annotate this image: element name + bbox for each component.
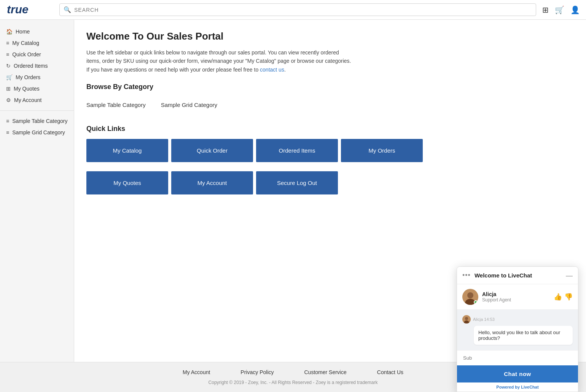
gear-icon: ⚙	[6, 97, 11, 103]
livechat-menu-icon[interactable]: •••	[462, 271, 471, 279]
livechat-agent-row: Alicja Support Agent 👍 👎	[457, 284, 578, 310]
svg-text:true: true	[7, 3, 29, 16]
intro-end: .	[284, 67, 286, 73]
sidebar-item-home[interactable]: 🏠 Home	[0, 26, 74, 37]
sidebar-item-label: Sample Grid Category	[12, 129, 65, 135]
list-icon: ≡	[6, 40, 9, 46]
quick-links-row1: My Catalog Quick Order Ordered Items My …	[86, 139, 574, 162]
footer-contact-link[interactable]: Contact Us	[377, 369, 403, 375]
sidebar-item-label: My Catalog	[12, 40, 39, 46]
sidebar-item-my-catalog[interactable]: ≡ My Catalog	[0, 37, 74, 49]
search-input[interactable]	[74, 7, 532, 13]
category-item-label: Sample Grid Category	[161, 102, 217, 108]
category-list: Sample Table Category Sample Grid Catego…	[86, 97, 574, 113]
thumbs-down-button[interactable]: 👎	[564, 293, 573, 301]
header: true 🔍 ⊞ 🛒 👤	[0, 0, 586, 20]
thumbs-up-button[interactable]: 👍	[554, 293, 562, 301]
grid-icon: ⊞	[6, 86, 11, 92]
quick-link-my-account[interactable]: My Account	[171, 171, 253, 194]
sidebar-item-label: Ordered Items	[14, 63, 48, 69]
quick-links-row2: My Quotes My Account Secure Log Out	[86, 171, 574, 194]
footer-privacy-link[interactable]: Privacy Policy	[240, 369, 274, 375]
svg-point-2	[467, 292, 473, 298]
chat-now-button[interactable]: Chat now	[457, 365, 578, 382]
intro-paragraph: Use the left sidebar or quick links belo…	[86, 48, 353, 74]
livechat-title: Welcome to LiveChat	[475, 272, 566, 279]
svg-point-5	[465, 317, 468, 320]
browse-category-title: Browse By Category	[86, 83, 574, 91]
category-item-sample-table[interactable]: Sample Table Category	[86, 102, 146, 108]
sidebar-item-ordered-items[interactable]: ↻ Ordered Items	[0, 60, 74, 72]
search-bar: 🔍	[59, 3, 536, 16]
agent-online-indicator	[474, 300, 478, 304]
quick-link-secure-logout[interactable]: Secure Log Out	[256, 171, 338, 194]
feedback-buttons: 👍 👎	[554, 293, 573, 301]
sidebar-item-label: Quick Order	[12, 51, 41, 57]
sidebar-main-section: 🏠 Home ≡ My Catalog ≡ Quick Order ↻ Orde…	[0, 24, 74, 107]
quick-link-ordered-items[interactable]: Ordered Items	[256, 139, 338, 162]
logo[interactable]: true	[6, 2, 52, 18]
list-icon: ≡	[6, 51, 9, 57]
footer-my-account-link[interactable]: My Account	[183, 369, 210, 375]
sidebar-item-quick-order[interactable]: ≡ Quick Order	[0, 49, 74, 60]
livechat-input-row	[457, 350, 578, 365]
livechat-minimize-button[interactable]: —	[566, 272, 573, 279]
sidebar-item-label: My Account	[14, 97, 41, 103]
home-icon: 🏠	[6, 29, 13, 35]
quick-link-my-quotes[interactable]: My Quotes	[86, 171, 168, 194]
intro-text-content: Use the left sidebar or quick links belo…	[86, 49, 351, 73]
message-time-label: Alicja 14:53	[473, 317, 495, 322]
page-title: Welcome To Our Sales Portal	[86, 30, 574, 42]
agent-avatar	[462, 289, 478, 305]
sidebar-item-my-account[interactable]: ⚙ My Account	[0, 94, 74, 106]
header-icons: ⊞ 🛒 👤	[542, 5, 580, 14]
cart-icon: 🛒	[6, 74, 13, 80]
chat-message-text: Hello, would you like to talk about our …	[478, 330, 560, 341]
agent-role: Support Agent	[482, 297, 554, 303]
user-icon[interactable]: 👤	[570, 5, 580, 14]
quick-link-my-orders[interactable]: My Orders	[341, 139, 423, 162]
sidebar-item-my-quotes[interactable]: ⊞ My Quotes	[0, 83, 74, 94]
search-icon: 🔍	[64, 6, 71, 13]
quick-link-my-catalog[interactable]: My Catalog	[86, 139, 168, 162]
sidebar-item-label: My Quotes	[14, 86, 40, 92]
sidebar-item-sample-grid-category[interactable]: ≡ Sample Grid Category	[0, 127, 74, 138]
cart-icon[interactable]: 🛒	[555, 5, 564, 14]
livechat-widget: ••• Welcome to LiveChat — Alicja Support…	[457, 266, 578, 392]
list-icon: ≡	[6, 118, 9, 124]
grid-icon[interactable]: ⊞	[542, 5, 549, 14]
chat-message-bubble: Hello, would you like to talk about our …	[474, 326, 573, 345]
livechat-input[interactable]	[460, 354, 575, 362]
livechat-powered-by: Powered by LiveChat	[457, 382, 578, 392]
quick-links-title: Quick Links	[86, 125, 574, 133]
livechat-header: ••• Welcome to LiveChat —	[457, 267, 578, 284]
sidebar-item-my-orders[interactable]: 🛒 My Orders	[0, 72, 74, 83]
sidebar-item-label: My Orders	[16, 74, 40, 80]
list-icon: ≡	[6, 129, 9, 135]
sidebar-item-label: Home	[16, 29, 30, 35]
sidebar: 🏠 Home ≡ My Catalog ≡ Quick Order ↻ Orde…	[0, 20, 74, 362]
quick-link-quick-order[interactable]: Quick Order	[171, 139, 253, 162]
contact-us-link[interactable]: contact us	[260, 67, 284, 73]
powered-by-text: Powered by	[496, 385, 521, 389]
refresh-icon: ↻	[6, 63, 11, 69]
agent-info: Alicja Support Agent	[482, 291, 554, 303]
message-timestamp: Alicja 14:53	[462, 315, 573, 323]
sidebar-item-label: Sample Table Category	[12, 118, 67, 124]
category-item-label: Sample Table Category	[86, 102, 146, 108]
livechat-brand: LiveChat	[521, 385, 538, 389]
footer-customer-service-link[interactable]: Customer Service	[304, 369, 347, 375]
sidebar-item-sample-table-category[interactable]: ≡ Sample Table Category	[0, 115, 74, 127]
agent-name: Alicja	[482, 291, 554, 297]
message-avatar-small	[462, 315, 471, 323]
livechat-messages: Alicja 14:53 Hello, would you like to ta…	[457, 310, 578, 350]
category-item-sample-grid[interactable]: Sample Grid Category	[161, 102, 217, 108]
sidebar-divider	[0, 110, 74, 111]
sidebar-categories-section: ≡ Sample Table Category ≡ Sample Grid Ca…	[0, 114, 74, 140]
